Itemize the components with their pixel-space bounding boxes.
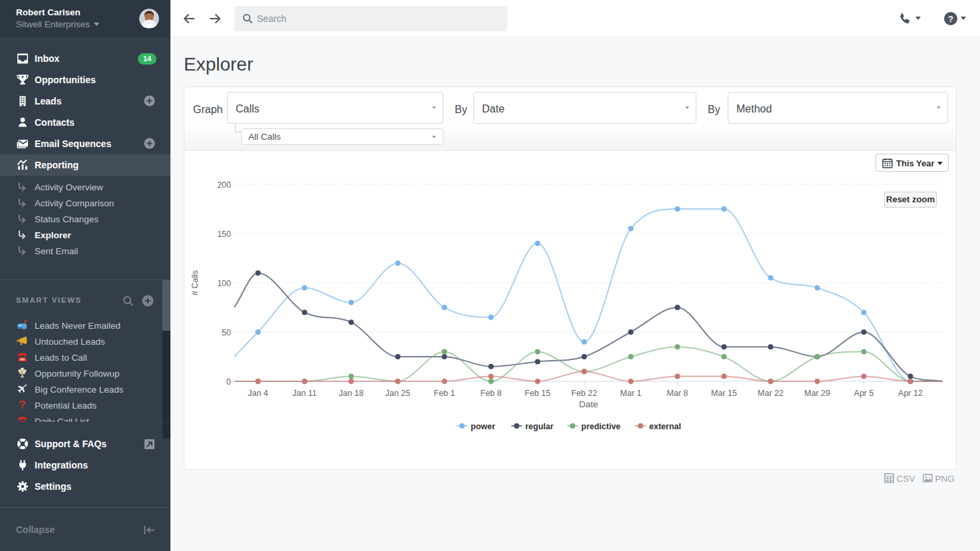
svg-text:Feb 1: Feb 1 <box>434 389 455 398</box>
svg-text:power: power <box>471 422 495 431</box>
svg-text:?: ? <box>19 399 25 411</box>
svg-text:Jan 25: Jan 25 <box>385 389 411 398</box>
svg-text:Jan 11: Jan 11 <box>292 389 317 398</box>
svg-text:Mar 15: Mar 15 <box>711 389 737 398</box>
svg-text:Mar 1: Mar 1 <box>620 389 642 398</box>
svg-text:Feb 8: Feb 8 <box>481 389 502 398</box>
svg-text:0: 0 <box>226 377 231 387</box>
svg-text:Mar 22: Mar 22 <box>758 389 784 398</box>
svg-text:Jan 4: Jan 4 <box>248 389 268 398</box>
svg-text:Date: Date <box>579 399 599 409</box>
svg-text:50: 50 <box>222 328 231 337</box>
svg-text:Jan 18: Jan 18 <box>339 389 364 398</box>
svg-text:regular: regular <box>525 422 554 431</box>
svg-text:Mar 29: Mar 29 <box>804 389 830 398</box>
svg-text:Mar 8: Mar 8 <box>667 389 688 398</box>
svg-text:Apr 12: Apr 12 <box>898 389 923 398</box>
svg-text:150: 150 <box>217 230 231 239</box>
svg-text:Feb 15: Feb 15 <box>525 389 551 398</box>
svg-text:external: external <box>649 422 681 431</box>
svg-text:200: 200 <box>217 180 231 190</box>
svg-text:Feb 22: Feb 22 <box>571 389 597 398</box>
svg-text:Apr 5: Apr 5 <box>854 389 874 398</box>
svg-text:predictive: predictive <box>581 422 620 431</box>
svg-text:100: 100 <box>217 279 231 288</box>
svg-text:# Calls: # Calls <box>190 270 200 295</box>
